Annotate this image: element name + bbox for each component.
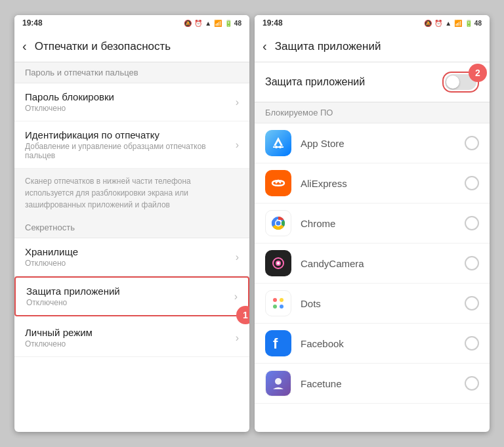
menu-item-private-mode[interactable]: Личный режим Отключено › — [14, 319, 249, 357]
status-bar-right: 19:48 🔕 ⏰ ▲ 📶 🔋 48 — [255, 15, 490, 31]
battery-icon-r: 🔋 48 — [465, 20, 482, 27]
screen-title-right: Защита приложений — [275, 40, 381, 53]
info-text-fingerprint: Сканер отпечатков в нижней части телефон… — [14, 169, 249, 217]
app-icon-aliexpress — [265, 170, 291, 196]
radio-appstore[interactable] — [465, 136, 479, 150]
app-icon-appstore — [265, 130, 291, 156]
app-name-candycamera: CandyCamera — [301, 258, 465, 269]
app-icon-candycamera — [265, 250, 291, 276]
sim-icon-r: 🔕 — [424, 20, 432, 27]
app-protection-label: Защита приложений — [265, 76, 365, 88]
battery-icon: 🔋 48 — [224, 20, 242, 27]
svg-point-1 — [279, 146, 282, 148]
menu-item-storage-content: Хранилище Отключено — [25, 246, 236, 268]
app-name-aliexpress: AliExpress — [301, 178, 465, 189]
toggle-container: 2 — [442, 72, 479, 93]
app-item-aliexpress[interactable]: AliExpress — [255, 163, 490, 203]
app-name-facetune: Facetune — [301, 378, 465, 389]
radio-candycamera[interactable] — [465, 256, 479, 270]
radio-facetune[interactable] — [465, 376, 479, 391]
menu-item-private-subtitle: Отключено — [25, 339, 236, 349]
section-header-blocked: Блокируемое ПО — [255, 102, 490, 123]
chevron-private: › — [236, 332, 239, 344]
svg-point-6 — [276, 221, 281, 226]
status-time-right: 19:48 — [262, 18, 283, 28]
app-name-appstore: App Store — [301, 138, 465, 149]
menu-item-password[interactable]: Пароль блокировки Отключено › — [14, 83, 249, 121]
menu-item-password-title: Пароль блокировки — [25, 91, 236, 102]
section-header-2: Секретность — [14, 217, 249, 238]
menu-item-password-subtitle: Отключено — [25, 104, 236, 113]
chevron-storage: › — [236, 251, 239, 263]
section-header-1: Пароль и отпечатки пальцев — [14, 62, 249, 83]
status-bar-left: 19:48 🔕 ⏰ ▲ 📶 🔋 48 — [14, 15, 249, 31]
app-item-facebook[interactable]: f Facebook — [255, 324, 490, 364]
svg-text:f: f — [273, 335, 278, 352]
menu-item-storage-subtitle: Отключено — [25, 259, 236, 268]
menu-item-app-protection-subtitle: Отключено — [26, 298, 234, 307]
app-name-dots: Dots — [301, 298, 465, 309]
app-icon-facebook: f — [265, 330, 291, 356]
wifi-icon-r: ▲ — [445, 20, 452, 27]
menu-item-private-title: Личный режим — [25, 327, 236, 338]
menu-item-password-content: Пароль блокировки Отключено — [25, 91, 236, 113]
menu-item-app-protection[interactable]: Защита приложений Отключено › 1 — [14, 276, 249, 316]
svg-point-10 — [273, 298, 277, 302]
status-icons-right: 🔕 ⏰ ▲ 📶 🔋 48 — [424, 20, 482, 27]
chevron-fingerprint: › — [236, 139, 239, 151]
app-name-chrome: Chrome — [301, 218, 465, 229]
status-icons-left: 🔕 ⏰ ▲ 📶 🔋 48 — [184, 20, 242, 27]
back-button-left[interactable]: ‹ — [22, 39, 27, 54]
alarm-icon: ⏰ — [194, 20, 202, 27]
screen-left: 19:48 🔕 ⏰ ▲ 📶 🔋 48 ‹ Отпечатки и безопас… — [14, 15, 249, 432]
app-item-candycamera[interactable]: CandyCamera — [255, 244, 490, 284]
step2-badge: 2 — [469, 64, 487, 82]
app-item-dots[interactable]: Dots — [255, 284, 490, 324]
svg-point-0 — [275, 146, 278, 148]
menu-item-app-protection-title: Защита приложений — [26, 286, 234, 297]
scroll-area-left: Пароль и отпечатки пальцев Пароль блокир… — [14, 62, 249, 432]
menu-item-private-content: Личный режим Отключено — [25, 327, 236, 349]
radio-facebook[interactable] — [465, 336, 479, 351]
wifi2-icon: 📶 — [214, 20, 222, 27]
chevron-app-protection: › — [234, 291, 238, 303]
toggle-knob — [446, 75, 459, 89]
step1-badge: 1 — [236, 306, 249, 324]
radio-chrome[interactable] — [465, 216, 479, 230]
wifi-icon: ▲ — [205, 20, 211, 27]
screen-right: 19:48 🔕 ⏰ ▲ 📶 🔋 48 ‹ Защита приложений З… — [255, 15, 490, 432]
chevron-password: › — [236, 96, 239, 108]
app-icon-chrome — [265, 210, 291, 236]
svg-point-12 — [273, 305, 277, 309]
top-bar-left: ‹ Отпечатки и безопасность — [14, 31, 249, 62]
menu-item-storage-title: Хранилище — [25, 246, 236, 257]
app-item-facetune[interactable]: Facetune — [255, 364, 490, 404]
svg-point-15 — [275, 378, 282, 385]
app-icon-facetune — [265, 370, 291, 396]
status-time-left: 19:48 — [22, 18, 43, 28]
screen-title-left: Отпечатки и безопасность — [35, 40, 171, 53]
alarm-icon-r: ⏰ — [434, 20, 442, 27]
app-name-facebook: Facebook — [301, 338, 465, 349]
menu-item-fingerprint-title: Идентификация по отпечатку — [25, 129, 236, 140]
menu-item-app-protection-content: Защита приложений Отключено — [26, 286, 234, 307]
app-item-chrome[interactable]: Chrome — [255, 203, 490, 244]
menu-item-storage[interactable]: Хранилище Отключено › — [14, 238, 249, 276]
svg-point-9 — [277, 262, 280, 265]
svg-point-13 — [280, 305, 284, 309]
back-button-right[interactable]: ‹ — [262, 39, 267, 54]
radio-aliexpress[interactable] — [465, 176, 479, 190]
sim-icon: 🔕 — [184, 20, 192, 27]
wifi2-icon-r: 📶 — [454, 20, 462, 27]
svg-point-11 — [280, 298, 284, 302]
app-list: App Store AliExpress — [255, 123, 490, 432]
menu-item-fingerprint-subtitle: Добавление и управление образцами отпеча… — [25, 142, 236, 160]
app-protection-header: Защита приложений 2 — [255, 62, 490, 102]
menu-item-fingerprint[interactable]: Идентификация по отпечатку Добавление и … — [14, 121, 249, 169]
app-icon-dots — [265, 290, 291, 316]
menu-item-fingerprint-content: Идентификация по отпечатку Добавление и … — [25, 129, 236, 160]
app-item-appstore[interactable]: App Store — [255, 123, 490, 163]
top-bar-right: ‹ Защита приложений — [255, 31, 490, 62]
radio-dots[interactable] — [465, 296, 479, 310]
